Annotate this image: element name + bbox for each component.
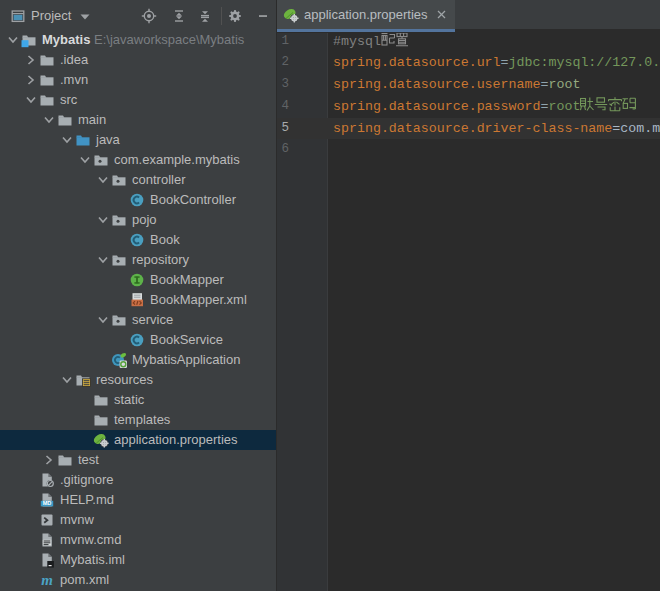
svg-text:MD: MD (43, 500, 52, 506)
svg-text:m: m (41, 572, 53, 588)
